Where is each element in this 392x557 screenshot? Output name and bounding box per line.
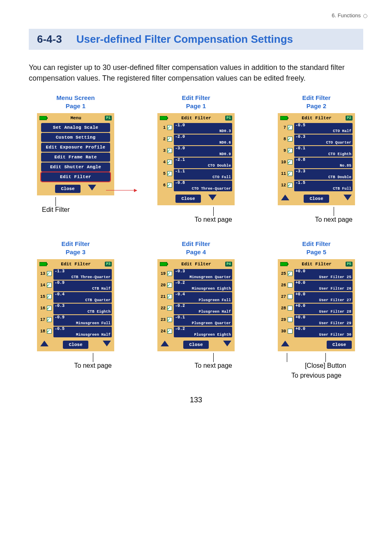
filter-value-box[interactable]: -0.3CTO Quarter — [294, 135, 353, 145]
filter-value-box[interactable]: -1.3CTB Three-Quarter — [53, 269, 112, 280]
filter-row[interactable]: 21-0.4Plusgreen Full — [160, 292, 232, 303]
filter-row[interactable]: 22-0.2Plusgreen Half — [160, 304, 232, 314]
filter-row[interactable]: 7-0.5CTO Half — [280, 123, 353, 134]
filter-row[interactable]: 17-0.9Minusgreen Full — [39, 315, 112, 326]
filter-row[interactable]: 29+0.0User Filter 29 — [280, 315, 353, 326]
row-checkbox[interactable] — [288, 137, 293, 142]
prev-page-button[interactable] — [281, 341, 289, 346]
filter-value-box[interactable]: -0.2Plusgreen Eighth — [174, 327, 232, 337]
filter-value-box[interactable]: +0.0User Filter 30 — [294, 327, 353, 337]
filter-row[interactable]: 25+0.0User Filter 25 — [280, 269, 353, 280]
filter-row[interactable]: 24-0.2Plusgreen Eighth — [160, 327, 232, 337]
filter-value-box[interactable]: -1.1CTO Full — [174, 169, 232, 180]
menu-item[interactable]: Edit Filter — [41, 172, 110, 181]
row-checkbox[interactable] — [288, 125, 293, 130]
row-checkbox[interactable] — [167, 160, 172, 165]
filter-row[interactable]: 20-0.2Minusgreen Eighth — [160, 281, 232, 291]
row-checkbox[interactable] — [288, 329, 293, 334]
filter-value-box[interactable]: -0.4CTB Quarter — [53, 292, 112, 303]
menu-item[interactable]: Edit Frame Rate — [41, 153, 110, 162]
filter-row[interactable]: 13-1.3CTB Three-Quarter — [39, 269, 112, 280]
filter-value-box[interactable]: -0.9Minusgreen Full — [53, 315, 112, 326]
row-checkbox[interactable] — [288, 271, 293, 276]
filter-value-box[interactable]: -0.5Minusgreen Half — [53, 327, 112, 337]
filter-value-box[interactable]: -0.8No.85 — [294, 158, 353, 168]
row-checkbox[interactable] — [47, 317, 52, 322]
filter-value-box[interactable]: +0.0User Filter 26 — [294, 281, 353, 291]
filter-row[interactable]: 19-0.3Minusgreen Quarter — [160, 269, 232, 280]
row-checkbox[interactable] — [47, 271, 52, 276]
row-checkbox[interactable] — [288, 317, 293, 322]
filter-row[interactable]: 23-0.1Plusgreen Quarter — [160, 315, 232, 326]
close-button[interactable]: Close — [183, 341, 208, 349]
prev-page-button[interactable] — [40, 341, 48, 346]
row-checkbox[interactable] — [167, 271, 172, 276]
filter-row[interactable]: 5-1.1CTO Full — [160, 169, 232, 180]
filter-row[interactable]: 16-0.3CTB Eighth — [39, 304, 112, 314]
menu-item[interactable]: Edit Exposure Profile — [41, 143, 110, 152]
filter-row[interactable]: 2-2.0ND0.6 — [160, 135, 232, 145]
row-checkbox[interactable] — [167, 317, 172, 322]
row-checkbox[interactable] — [47, 294, 52, 299]
filter-value-box[interactable]: +0.0User Filter 25 — [294, 269, 353, 280]
row-checkbox[interactable] — [288, 171, 293, 176]
filter-row[interactable]: 6-0.8CTO Three-Quarter — [160, 181, 232, 191]
row-checkbox[interactable] — [288, 160, 293, 165]
row-checkbox[interactable] — [288, 283, 293, 288]
row-checkbox[interactable] — [167, 171, 172, 176]
filter-row[interactable]: 12-1.5CTB Full — [280, 181, 353, 191]
filter-value-box[interactable]: -2.1CTO Double — [174, 158, 232, 168]
filter-value-box[interactable]: -0.1Plusgreen Quarter — [174, 315, 232, 326]
filter-row[interactable]: 8-0.3CTO Quarter — [280, 135, 353, 145]
close-button[interactable]: Close — [55, 185, 80, 193]
next-page-button[interactable] — [208, 195, 217, 200]
filter-row[interactable]: 28+0.0User Filter 28 — [280, 304, 353, 314]
row-checkbox[interactable] — [167, 148, 172, 153]
close-button[interactable]: Close — [327, 341, 352, 349]
next-page-button[interactable] — [88, 185, 96, 190]
filter-row[interactable]: 26+0.0User Filter 26 — [280, 281, 353, 291]
filter-row[interactable]: 9-0.1CTO Eighth — [280, 146, 353, 157]
filter-value-box[interactable]: -0.3CTB Eighth — [53, 304, 112, 314]
next-page-button[interactable] — [223, 341, 231, 346]
row-checkbox[interactable] — [167, 329, 172, 334]
filter-row[interactable]: 15-0.4CTB Quarter — [39, 292, 112, 303]
filter-row[interactable]: 4-2.1CTO Double — [160, 158, 232, 168]
filter-value-box[interactable]: -1.0ND0.3 — [174, 123, 232, 134]
close-button[interactable]: Close — [175, 195, 201, 203]
row-checkbox[interactable] — [167, 125, 172, 130]
filter-value-box[interactable]: -2.0ND0.6 — [174, 135, 232, 145]
filter-row[interactable]: 14-0.9CTB Half — [39, 281, 112, 291]
menu-item[interactable]: Custom Setting — [41, 133, 110, 142]
row-checkbox[interactable] — [47, 283, 52, 288]
filter-value-box[interactable]: +0.0User Filter 28 — [294, 304, 353, 314]
filter-value-box[interactable]: -3.3CTB Double — [294, 169, 353, 180]
close-button[interactable]: Close — [304, 195, 329, 203]
filter-row[interactable]: 1-1.0ND0.3 — [160, 123, 232, 134]
filter-value-box[interactable]: -0.8CTO Three-Quarter — [174, 181, 232, 191]
menu-item[interactable]: Set Analog Scale — [41, 123, 110, 132]
row-checkbox[interactable] — [288, 183, 293, 188]
row-checkbox[interactable] — [167, 294, 172, 299]
row-checkbox[interactable] — [47, 306, 52, 311]
filter-row[interactable]: 18-0.5Minusgreen Half — [39, 327, 112, 337]
filter-value-box[interactable]: -0.9CTB Half — [53, 281, 112, 291]
next-page-button[interactable] — [344, 195, 352, 200]
prev-page-button[interactable] — [281, 195, 289, 200]
row-checkbox[interactable] — [47, 329, 52, 334]
row-checkbox[interactable] — [167, 137, 172, 142]
filter-value-box[interactable]: -0.2Plusgreen Half — [174, 304, 232, 314]
filter-row[interactable]: 10-0.8No.85 — [280, 158, 353, 168]
prev-page-button[interactable] — [161, 341, 169, 346]
row-checkbox[interactable] — [167, 306, 172, 311]
filter-value-box[interactable]: -0.1CTO Eighth — [294, 146, 353, 157]
filter-value-box[interactable]: +0.0User Filter 29 — [294, 315, 353, 326]
filter-row[interactable]: 27+0.0User Filter 27 — [280, 292, 353, 303]
filter-row[interactable]: 3-3.0ND0.9 — [160, 146, 232, 157]
filter-value-box[interactable]: -0.2Minusgreen Eighth — [174, 281, 232, 291]
row-checkbox[interactable] — [288, 306, 293, 311]
filter-value-box[interactable]: -3.0ND0.9 — [174, 146, 232, 157]
filter-value-box[interactable]: -1.5CTB Full — [294, 181, 353, 191]
row-checkbox[interactable] — [288, 148, 293, 153]
menu-item[interactable]: Edit Shutter Angle — [41, 162, 110, 172]
